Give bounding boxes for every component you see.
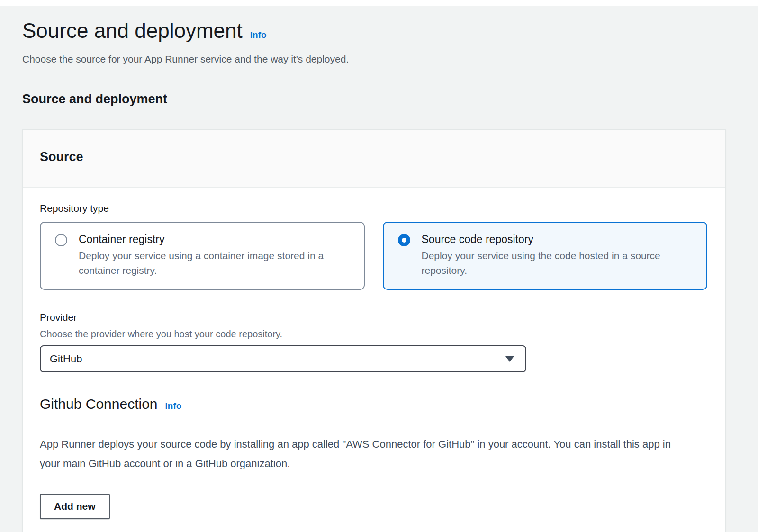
tile-source-code-repository-title: Source code repository	[422, 233, 694, 246]
caret-down-icon	[505, 356, 514, 362]
source-card-body: Repository type Container registry Deplo…	[23, 188, 725, 532]
repository-type-tiles: Container registry Deploy your service u…	[40, 222, 707, 290]
radio-checked-icon[interactable]	[398, 234, 410, 246]
page-title-info-link[interactable]: Info	[250, 30, 267, 40]
source-card-header: Source	[23, 130, 725, 188]
source-card: Source Repository type Container registr…	[22, 129, 726, 532]
page-title: Source and deployment	[22, 19, 243, 43]
radio-unchecked-icon[interactable]	[55, 234, 67, 246]
github-connection-heading-row: Github Connection Info	[40, 396, 707, 412]
tile-source-code-repository[interactable]: Source code repository Deploy your servi…	[383, 222, 708, 290]
tile-container-registry-description: Deploy your service using a container im…	[79, 249, 351, 278]
source-card-title: Source	[40, 150, 83, 164]
page-title-row: Source and deployment Info	[22, 19, 726, 43]
provider-description: Choose the provider where you host your …	[40, 329, 707, 340]
top-whitespace-strip	[0, 0, 758, 6]
github-connection-heading: Github Connection	[40, 396, 158, 412]
provider-select[interactable]: GitHub	[40, 345, 526, 372]
github-connection-description: App Runner deploys your source code by i…	[40, 435, 689, 473]
repository-type-label: Repository type	[40, 203, 707, 214]
tile-source-code-repository-description: Deploy your service using the code hoste…	[422, 249, 694, 278]
provider-select-value: GitHub	[50, 353, 82, 365]
section-heading: Source and deployment	[22, 92, 726, 107]
tile-container-registry[interactable]: Container registry Deploy your service u…	[40, 222, 365, 290]
source-and-deployment-page: Source and deployment Info Choose the so…	[0, 6, 758, 532]
page-subtitle: Choose the source for your App Runner se…	[22, 53, 726, 65]
provider-label: Provider	[40, 312, 707, 323]
github-connection-info-link[interactable]: Info	[165, 401, 182, 411]
tile-container-registry-title: Container registry	[79, 233, 351, 246]
tile-container-registry-text: Container registry Deploy your service u…	[79, 233, 351, 278]
add-new-button[interactable]: Add new	[40, 494, 110, 519]
tile-source-code-repository-text: Source code repository Deploy your servi…	[422, 233, 694, 278]
